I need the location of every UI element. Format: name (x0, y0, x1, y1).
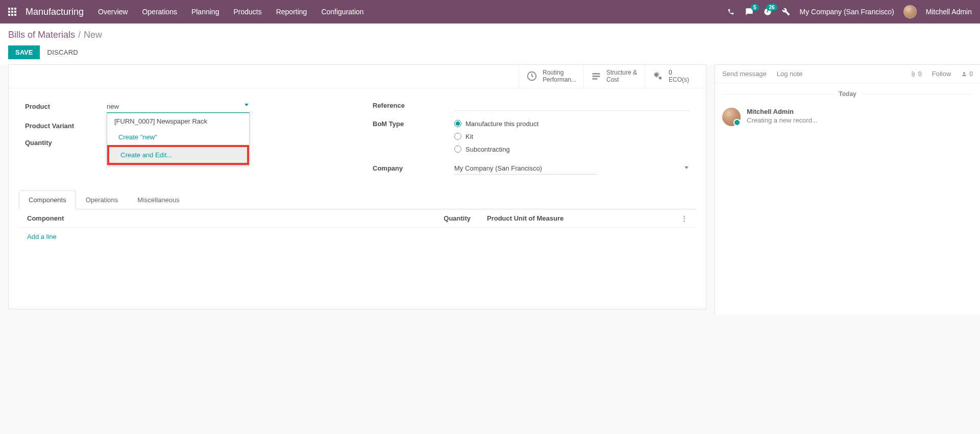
attachment-icon (910, 71, 916, 77)
apps-icon[interactable] (8, 8, 16, 16)
phone-icon[interactable] (726, 7, 736, 16)
gears-icon (652, 70, 664, 82)
chevron-down-icon[interactable] (684, 166, 689, 169)
messages-icon[interactable]: 5 (745, 7, 754, 16)
company-switcher[interactable]: My Company (San Francisco) (800, 8, 894, 16)
user-avatar[interactable] (903, 5, 917, 18)
field-company: Company My Company (San Francisco) (373, 162, 690, 175)
tab-operations[interactable]: Operations (76, 190, 128, 209)
follower-count[interactable]: 0 (961, 70, 973, 78)
clock-icon (526, 70, 537, 82)
form-col-right: Reference BoM Type Manufacture this prod… (373, 101, 690, 175)
field-reference: Reference (373, 101, 690, 111)
message-item: Mitchell Admin Creating a new record... (715, 105, 980, 133)
radio-manufacture-label: Manufacture this product (465, 120, 538, 128)
field-product: Product [FURN_0007] Newspaper Rack Creat… (25, 101, 342, 113)
dropdown-item-product[interactable]: [FURN_0007] Newspaper Rack (107, 113, 249, 129)
label-variant: Product Variant (25, 122, 96, 130)
stat-structure-button[interactable]: Structure & Cost (583, 65, 645, 88)
send-message-button[interactable]: Send message (722, 70, 767, 78)
nav-products[interactable]: Products (233, 8, 261, 16)
bom-type-radio-group: Manufacture this product Kit Subcontract… (454, 120, 690, 153)
breadcrumb: Bills of Materials / New (8, 30, 972, 40)
discard-button[interactable]: DISCARD (47, 49, 78, 56)
tabs-wrap: Components Operations Miscellaneous Comp… (9, 190, 706, 246)
label-company: Company (373, 164, 444, 172)
radio-kit-label: Kit (465, 133, 473, 140)
field-bom-type: BoM Type Manufacture this product Kit (373, 120, 690, 153)
message-author: Mitchell Admin (747, 108, 818, 115)
message-text: Creating a new record... (747, 116, 818, 124)
product-input[interactable] (107, 101, 250, 113)
navbar-right: 5 26 My Company (San Francisco) Mitchell… (726, 5, 972, 18)
label-product: Product (25, 103, 96, 110)
add-line-link[interactable]: Add a line (27, 233, 57, 240)
form-body: Product [FURN_0007] Newspaper Rack Creat… (9, 88, 706, 180)
svg-point-5 (659, 77, 662, 80)
navbar-left: Manufacturing Overview Operations Planni… (8, 7, 364, 17)
stat-eco-button[interactable]: 0 ECO(s) (645, 65, 706, 88)
column-menu-icon[interactable]: ⋮ (673, 209, 696, 228)
user-name[interactable]: Mitchell Admin (926, 8, 972, 16)
dropdown-item-create-edit[interactable]: Create and Edit... (107, 145, 249, 165)
company-select[interactable]: My Company (San Francisco) (454, 162, 597, 175)
radio-subcontract[interactable]: Subcontracting (454, 146, 690, 153)
main-navbar: Manufacturing Overview Operations Planni… (0, 0, 980, 23)
tab-miscellaneous[interactable]: Miscellaneous (128, 190, 189, 209)
svg-rect-2 (593, 76, 600, 78)
form-col-left: Product [FURN_0007] Newspaper Rack Creat… (25, 101, 342, 175)
th-quantity: Quantity (418, 209, 479, 228)
chatter-separator: Today (715, 83, 980, 105)
radio-icon (454, 146, 461, 153)
nav-operations[interactable]: Operations (142, 8, 177, 16)
nav-planning[interactable]: Planning (191, 8, 219, 16)
stat-row: Routing Performan... Structure & Cost (9, 65, 706, 88)
nav-reporting[interactable]: Reporting (276, 8, 307, 16)
stat-routing-line2: Performan... (543, 76, 576, 83)
radio-kit[interactable]: Kit (454, 133, 690, 140)
stat-structure-line2: Cost (606, 76, 637, 83)
stat-eco-label: ECO(s) (669, 76, 689, 83)
activities-badge: 26 (766, 4, 777, 11)
th-component: Component (19, 209, 418, 228)
breadcrumb-parent[interactable]: Bills of Materials (8, 30, 75, 40)
save-button[interactable]: SAVE (8, 45, 40, 59)
breadcrumb-separator: / (78, 30, 81, 40)
chatter-panel: Send message Log note 0 Follow 0 Today M… (715, 64, 980, 315)
activities-icon[interactable]: 26 (763, 7, 772, 16)
form-sheet-wrap: Routing Performan... Structure & Cost (0, 64, 715, 318)
main-layout: Routing Performan... Structure & Cost (0, 64, 980, 318)
reference-input[interactable] (454, 101, 690, 111)
message-avatar (722, 108, 741, 126)
table-row: Add a line (19, 227, 696, 246)
tabs: Components Operations Miscellaneous (19, 190, 696, 209)
label-reference: Reference (373, 102, 444, 109)
form-sheet: Routing Performan... Structure & Cost (8, 64, 706, 309)
log-note-button[interactable]: Log note (777, 70, 803, 78)
stat-structure-line1: Structure & (606, 69, 637, 76)
th-uom: Product Unit of Measure (479, 209, 673, 228)
tab-components[interactable]: Components (19, 190, 76, 209)
svg-rect-3 (593, 79, 598, 80)
nav-menu: Overview Operations Planning Products Re… (98, 8, 364, 16)
stat-routing-button[interactable]: Routing Performan... (519, 65, 583, 88)
separator-today-label: Today (839, 90, 856, 98)
person-icon (961, 71, 967, 77)
bars-icon (591, 71, 601, 81)
radio-manufacture[interactable]: Manufacture this product (454, 120, 690, 128)
stat-eco-count: 0 (669, 69, 689, 76)
product-dropdown: [FURN_0007] Newspaper Rack Create "new" … (107, 113, 250, 165)
components-table: Component Quantity Product Unit of Measu… (19, 209, 696, 246)
chevron-down-icon[interactable] (244, 104, 249, 106)
messages-badge: 5 (751, 4, 759, 11)
follow-button[interactable]: Follow (932, 70, 951, 78)
action-row: SAVE DISCARD (8, 45, 972, 59)
radio-icon (454, 133, 461, 140)
attachment-count[interactable]: 0 (910, 70, 922, 78)
nav-overview[interactable]: Overview (98, 8, 128, 16)
debug-icon[interactable] (781, 7, 791, 16)
dropdown-item-create[interactable]: Create "new" (107, 129, 249, 145)
radio-icon (454, 120, 461, 127)
radio-subcontract-label: Subcontracting (465, 146, 510, 153)
nav-configuration[interactable]: Configuration (321, 8, 363, 16)
